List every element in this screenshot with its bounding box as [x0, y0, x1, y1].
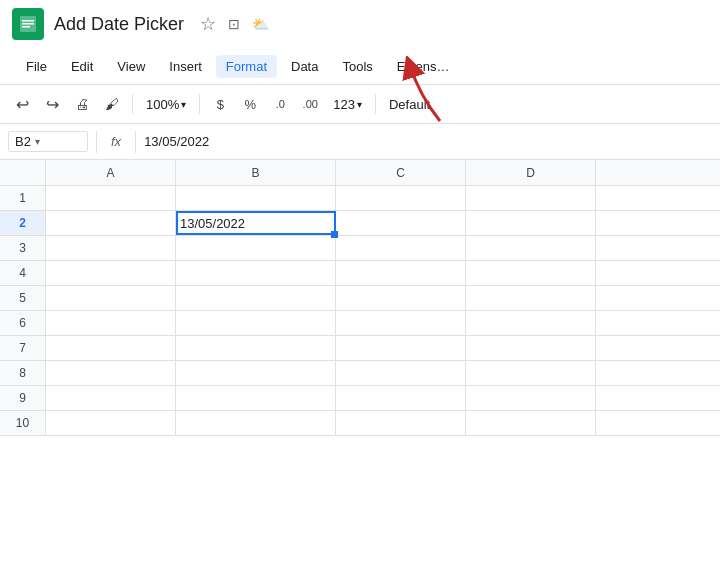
cell-c2[interactable] [336, 211, 466, 235]
table-row: 4 [0, 261, 720, 286]
zoom-selector[interactable]: 100% ▾ [139, 94, 193, 115]
column-header-a[interactable]: A [46, 160, 176, 185]
fill-handle[interactable] [331, 231, 338, 238]
cell-d9[interactable] [466, 386, 596, 410]
column-header-d[interactable]: D [466, 160, 596, 185]
table-row: 2 13/05/2022 [0, 211, 720, 236]
cell-b4[interactable] [176, 261, 336, 285]
cell-d7[interactable] [466, 336, 596, 360]
svg-rect-3 [22, 26, 30, 28]
cell-b7[interactable] [176, 336, 336, 360]
menu-item-format[interactable]: Format [216, 55, 277, 78]
row-number: 8 [0, 361, 46, 385]
sheet-rows: 1 2 13/05/2022 3 [0, 186, 720, 436]
cell-d6[interactable] [466, 311, 596, 335]
cloud-icon[interactable]: ⛅ [252, 16, 269, 32]
decimal-inc-button[interactable]: .00 [296, 90, 324, 118]
cell-c5[interactable] [336, 286, 466, 310]
cell-c3[interactable] [336, 236, 466, 260]
cell-b5[interactable] [176, 286, 336, 310]
row-number: 9 [0, 386, 46, 410]
zoom-arrow: ▾ [181, 99, 186, 110]
cell-d2[interactable] [466, 211, 596, 235]
spreadsheet: A B C D 1 2 13/05/2022 [0, 160, 720, 436]
cell-reference[interactable]: B2 ▾ [8, 131, 88, 152]
format-type-value: 123 [333, 97, 355, 112]
row-number: 1 [0, 186, 46, 210]
cell-a8[interactable] [46, 361, 176, 385]
print-button[interactable]: 🖨 [68, 90, 96, 118]
cell-c7[interactable] [336, 336, 466, 360]
cell-b3[interactable] [176, 236, 336, 260]
menu-item-file[interactable]: File [16, 55, 57, 78]
cell-a1[interactable] [46, 186, 176, 210]
cell-a4[interactable] [46, 261, 176, 285]
toolbar-separator-3 [375, 94, 376, 114]
cell-d10[interactable] [466, 411, 596, 435]
cell-b10[interactable] [176, 411, 336, 435]
cell-c4[interactable] [336, 261, 466, 285]
cell-c9[interactable] [336, 386, 466, 410]
cell-d3[interactable] [466, 236, 596, 260]
cell-a5[interactable] [46, 286, 176, 310]
default-style-selector[interactable]: Default [382, 94, 437, 115]
cell-b1[interactable] [176, 186, 336, 210]
zoom-value: 100% [146, 97, 179, 112]
star-icon[interactable]: ☆ [200, 13, 216, 35]
title-bar: Add Date Picker ☆ ⊡ ⛅ [0, 0, 720, 48]
cell-b8[interactable] [176, 361, 336, 385]
cell-ref-arrow-icon: ▾ [35, 136, 40, 147]
percent-button[interactable]: % [236, 90, 264, 118]
cell-a7[interactable] [46, 336, 176, 360]
formula-content[interactable]: 13/05/2022 [144, 134, 209, 149]
column-header-c[interactable]: C [336, 160, 466, 185]
cell-a6[interactable] [46, 311, 176, 335]
format-type-selector[interactable]: 123 ▾ [326, 94, 369, 115]
cell-d5[interactable] [466, 286, 596, 310]
undo-button[interactable]: ↩ [8, 90, 36, 118]
column-header-b[interactable]: B [176, 160, 336, 185]
table-row: 7 [0, 336, 720, 361]
toolbar-separator-1 [132, 94, 133, 114]
menu-item-insert[interactable]: Insert [159, 55, 212, 78]
table-row: 1 [0, 186, 720, 211]
menu-item-tools[interactable]: Tools [332, 55, 382, 78]
cell-a10[interactable] [46, 411, 176, 435]
redo-button[interactable]: ↪ [38, 90, 66, 118]
cell-d1[interactable] [466, 186, 596, 210]
table-row: 9 [0, 386, 720, 411]
cell-a3[interactable] [46, 236, 176, 260]
table-row: 6 [0, 311, 720, 336]
svg-rect-2 [22, 23, 34, 25]
cell-b2[interactable]: 13/05/2022 [176, 211, 336, 235]
default-style-value: Default [389, 97, 430, 112]
row-number: 5 [0, 286, 46, 310]
cell-d8[interactable] [466, 361, 596, 385]
paint-format-button[interactable]: 🖌 [98, 90, 126, 118]
folder-icon[interactable]: ⊡ [228, 16, 240, 32]
cell-b6[interactable] [176, 311, 336, 335]
menu-item-extensions[interactable]: Extens… [387, 55, 460, 78]
menu-item-data[interactable]: Data [281, 55, 328, 78]
decimal-dec-button[interactable]: .0 [266, 90, 294, 118]
cell-b9[interactable] [176, 386, 336, 410]
cell-c6[interactable] [336, 311, 466, 335]
menu-item-edit[interactable]: Edit [61, 55, 103, 78]
format-type-arrow: ▾ [357, 99, 362, 110]
table-row: 5 [0, 286, 720, 311]
app-icon [12, 8, 44, 40]
svg-rect-1 [22, 20, 34, 22]
cell-c8[interactable] [336, 361, 466, 385]
row-number-header-corner [0, 160, 46, 185]
cell-a2[interactable] [46, 211, 176, 235]
row-number: 4 [0, 261, 46, 285]
menu-bar: File Edit View Insert Format Data Tools … [0, 48, 720, 84]
cell-b2-value: 13/05/2022 [180, 216, 245, 231]
currency-button[interactable]: $ [206, 90, 234, 118]
menu-item-view[interactable]: View [107, 55, 155, 78]
cell-a9[interactable] [46, 386, 176, 410]
row-number: 2 [0, 211, 46, 235]
cell-c1[interactable] [336, 186, 466, 210]
cell-c10[interactable] [336, 411, 466, 435]
cell-d4[interactable] [466, 261, 596, 285]
